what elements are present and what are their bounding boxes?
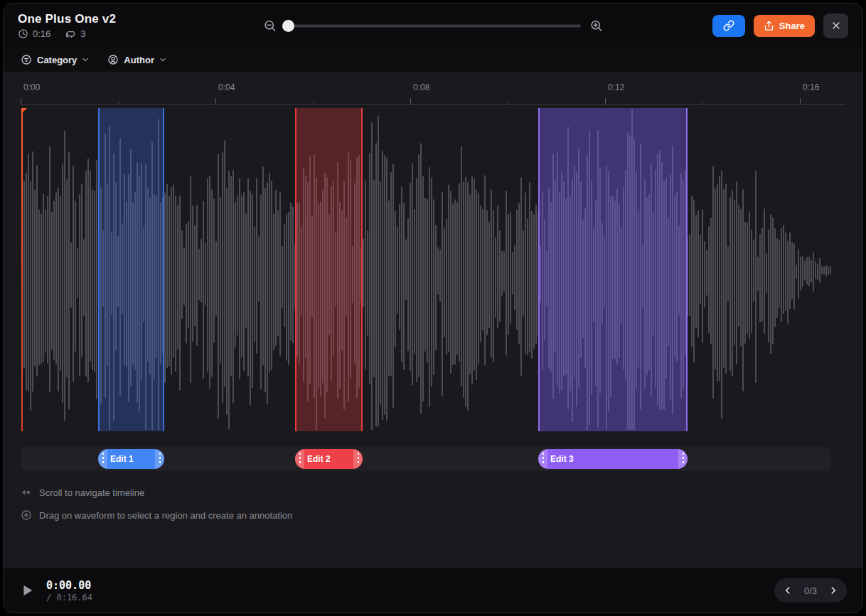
header-actions: Share xyxy=(712,13,848,38)
annotation-pager: 0/3 xyxy=(774,578,847,603)
region-resize-handle-left[interactable] xyxy=(98,449,107,469)
transport-bar: 0:00.00 / 0:16.64 0/3 xyxy=(4,568,862,612)
close-icon xyxy=(830,20,842,31)
ruler-tick xyxy=(118,102,119,104)
annotation-pill-1[interactable]: Edit 1 xyxy=(98,449,164,469)
ruler-tick xyxy=(508,102,508,104)
next-annotation-button[interactable] xyxy=(824,581,843,600)
author-label: Author xyxy=(124,55,154,65)
region-resize-handle-right[interactable] xyxy=(678,449,688,469)
duration-badge: 0:16 xyxy=(33,28,50,39)
annotation-track: Edit 1Edit 2Edit 3 xyxy=(21,447,831,471)
category-dropdown[interactable]: Category xyxy=(21,54,89,65)
copy-link-button[interactable] xyxy=(712,15,745,37)
comments-icon xyxy=(65,28,76,40)
ruler-tick-label: 0:16 xyxy=(803,82,819,92)
ruler-tick-label: 0:12 xyxy=(608,82,624,92)
time-display: 0:00.00 / 0:16.64 xyxy=(46,579,92,603)
chevron-down-icon xyxy=(159,56,166,63)
category-label: Category xyxy=(37,55,77,65)
waveform-region-2[interactable] xyxy=(295,108,363,431)
title-block: One Plus One v2 0:16 3 xyxy=(18,12,116,40)
region-resize-handle-left[interactable] xyxy=(538,449,547,469)
clock-icon xyxy=(18,28,28,39)
zoom-out-button[interactable] xyxy=(263,19,277,33)
page-title: One Plus One v2 xyxy=(18,12,116,26)
region-resize-handle-right[interactable] xyxy=(353,449,363,469)
timeline-ruler: 0:000:040:080:120:16 xyxy=(21,72,845,105)
chevron-down-icon xyxy=(82,56,89,63)
zoom-slider-handle[interactable] xyxy=(282,20,294,32)
link-icon xyxy=(723,20,734,31)
close-button[interactable] xyxy=(823,13,848,38)
ruler-tick-label: 0:04 xyxy=(218,82,235,92)
play-icon xyxy=(19,583,35,598)
ruler-tick xyxy=(702,102,703,104)
ruler-tick xyxy=(313,102,314,104)
ruler-tick-label: 0:00 xyxy=(23,82,40,92)
annotation-pill-2[interactable]: Edit 2 xyxy=(295,449,363,469)
waveform[interactable] xyxy=(21,108,845,431)
header: One Plus One v2 0:16 3 xyxy=(4,4,862,48)
ruler-tick xyxy=(21,98,21,104)
pager-count: 0/3 xyxy=(800,585,821,596)
waveform-region-3[interactable] xyxy=(538,108,688,431)
zoom-in-button[interactable] xyxy=(589,19,603,33)
region-resize-handle-right[interactable] xyxy=(155,449,164,469)
annotation-pill-label: Edit 2 xyxy=(307,454,331,464)
ruler-tick xyxy=(605,98,606,104)
filter-icon xyxy=(21,54,32,65)
previous-annotation-button[interactable] xyxy=(779,581,797,600)
app-window: One Plus One v2 0:16 3 xyxy=(3,3,863,613)
circle-plus-icon xyxy=(21,509,32,521)
play-button[interactable] xyxy=(19,583,35,598)
zoom-slider[interactable] xyxy=(285,24,581,27)
share-label: Share xyxy=(779,21,805,31)
annotation-pill-label: Edit 1 xyxy=(110,454,134,464)
annotation-pill-3[interactable]: Edit 3 xyxy=(538,449,688,469)
ruler-tick-label: 0:08 xyxy=(413,82,429,92)
arrows-horizontal-icon xyxy=(21,487,32,498)
current-time: 0:00.00 xyxy=(46,579,92,592)
total-time: / 0:16.64 xyxy=(46,593,92,603)
share-button[interactable]: Share xyxy=(754,15,815,37)
help-hints: Scroll to navigate timeline Drag on wave… xyxy=(21,487,845,521)
filter-bar: Category Author xyxy=(4,48,862,72)
region-resize-handle-left[interactable] xyxy=(295,449,304,469)
waveform-region-1[interactable] xyxy=(98,108,164,431)
help-row-scroll: Scroll to navigate timeline xyxy=(21,487,845,498)
main-area: 0:000:040:080:120:16 Edit 1Edit 2Edit 3 … xyxy=(4,72,862,568)
meta-row: 0:16 3 xyxy=(18,28,116,40)
help-row-drag: Drag on waveform to select a region and … xyxy=(21,509,845,521)
annotation-pill-label: Edit 3 xyxy=(550,454,574,464)
comment-count: 3 xyxy=(80,28,85,39)
author-dropdown[interactable]: Author xyxy=(107,54,166,65)
ruler-tick xyxy=(410,98,411,104)
ruler-tick xyxy=(800,98,801,104)
playhead[interactable] xyxy=(21,108,23,431)
help-text: Scroll to navigate timeline xyxy=(39,487,144,498)
ruler-tick xyxy=(215,98,216,104)
share-icon xyxy=(764,21,774,31)
person-icon xyxy=(107,54,119,65)
zoom-controls xyxy=(263,19,603,33)
help-text: Drag on waveform to select a region and … xyxy=(39,510,292,521)
